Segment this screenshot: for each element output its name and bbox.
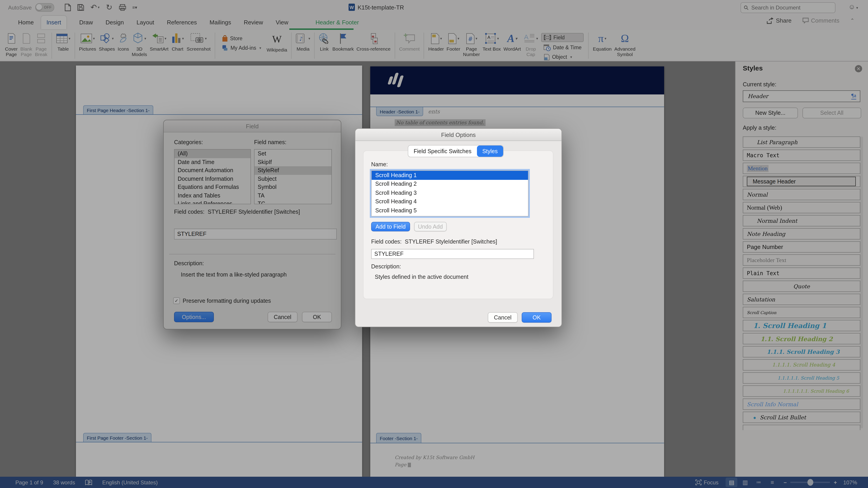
name-label: Name: xyxy=(371,161,388,168)
style-option-scroll-heading-4[interactable]: Scroll Heading 4 xyxy=(372,197,528,206)
field-options-title: Field Options xyxy=(355,129,561,141)
options-ok-button[interactable]: OK xyxy=(522,312,552,323)
field-code-input[interactable]: STYLEREF xyxy=(371,249,534,259)
tab-field-specific-switches[interactable]: Field Specific Switches xyxy=(408,145,477,157)
style-option-scroll-heading-1[interactable]: Scroll Heading 1 xyxy=(372,171,528,180)
style-option-scroll-heading-2[interactable]: Scroll Heading 2 xyxy=(372,180,528,188)
field-codes-line: Field codes: STYLEREF StyleIdentifier [S… xyxy=(371,238,497,245)
field-options-dialog: Field Options Field Specific Switches St… xyxy=(355,128,562,327)
style-option-scroll-heading-5[interactable]: Scroll Heading 5 xyxy=(372,206,528,215)
style-option-scroll-heading-3[interactable]: Scroll Heading 3 xyxy=(372,188,528,197)
add-to-field-button[interactable]: Add to Field xyxy=(371,222,410,231)
field-options-tabs: Field Specific Switches Styles xyxy=(408,145,504,157)
word-application-window: AutoSave OFF ↶▾ ↻ ≡▾ W K15t-template-TR xyxy=(0,0,868,488)
options-cancel-button[interactable]: Cancel xyxy=(488,312,518,323)
tab-styles[interactable]: Styles xyxy=(477,145,503,157)
description-label: Description: xyxy=(371,263,401,270)
style-name-listbox[interactable]: Scroll Heading 1 Scroll Heading 2 Scroll… xyxy=(371,170,528,217)
undo-add-button[interactable]: Undo Add xyxy=(414,222,447,231)
description-text: Styles defined in the active document xyxy=(375,274,468,280)
field-codes-value: STYLEREF StyleIdentifier [Switches] xyxy=(405,238,497,245)
